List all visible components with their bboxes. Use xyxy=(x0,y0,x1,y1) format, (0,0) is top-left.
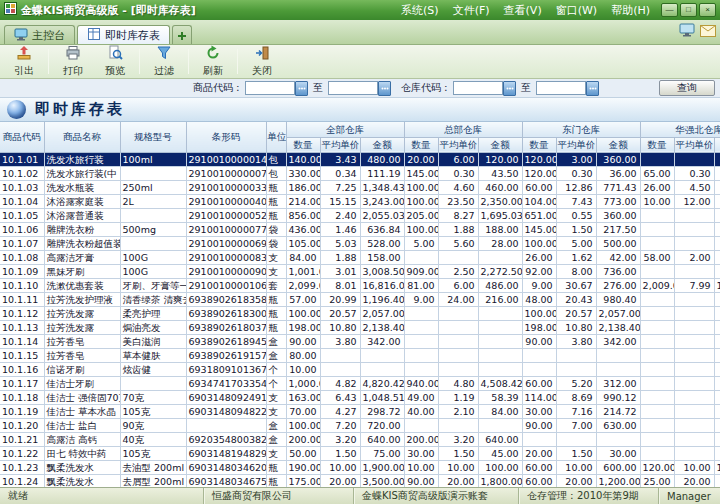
table-row[interactable]: 10.1.07雕牌洗衣粉超值装2KG2910010000069袋105.005.… xyxy=(0,236,720,250)
table-cell[interactable]: 651.00 xyxy=(522,208,556,222)
table-cell[interactable]: 111.19 xyxy=(360,166,404,180)
table-cell[interactable]: 5.60 xyxy=(438,236,478,250)
table-cell[interactable]: 120.00 xyxy=(714,194,720,208)
table-cell[interactable]: 20.00 xyxy=(320,474,360,487)
table-cell[interactable]: 105.00 xyxy=(286,236,320,250)
table-cell[interactable] xyxy=(320,362,360,376)
table-row[interactable]: 10.1.16信诺牙刷炫齿健6931809101367个10.00 xyxy=(0,362,720,376)
table-cell[interactable] xyxy=(714,306,720,320)
table-cell[interactable] xyxy=(478,334,522,348)
table-cell[interactable]: 去油型 200ml xyxy=(120,460,186,474)
table-cell[interactable]: 640.00 xyxy=(478,432,522,446)
table-cell[interactable]: 盒 xyxy=(266,334,286,348)
table-cell[interactable]: 支 xyxy=(266,250,286,264)
monitor-icon[interactable] xyxy=(679,22,695,41)
table-cell[interactable]: 盒 xyxy=(266,432,286,446)
table-cell[interactable]: 1,200.00 xyxy=(596,474,640,487)
table-cell[interactable]: 2,138.40 xyxy=(596,320,640,334)
table-cell[interactable]: 19.50 xyxy=(714,166,720,180)
table-cell[interactable]: 10.1.24 xyxy=(0,474,44,487)
table-cell[interactable]: 26.00 xyxy=(640,180,674,194)
table-cell[interactable]: 10.1.15 xyxy=(0,348,44,362)
table-cell[interactable] xyxy=(714,208,720,222)
table-cell[interactable] xyxy=(674,334,714,348)
table-cell[interactable] xyxy=(674,264,714,278)
table-cell[interactable]: 114.00 xyxy=(522,390,556,404)
table-cell[interactable] xyxy=(438,334,478,348)
table-cell[interactable]: 20.57 xyxy=(320,306,360,320)
table-cell[interactable]: 20.00 xyxy=(404,152,438,166)
table-cell[interactable] xyxy=(404,418,438,432)
table-cell[interactable]: 100.00 xyxy=(404,194,438,208)
table-cell[interactable] xyxy=(522,362,556,376)
table-cell[interactable] xyxy=(674,432,714,446)
table-cell[interactable]: 105克 xyxy=(120,404,186,418)
table-cell[interactable]: 10.80 xyxy=(556,320,596,334)
table-cell[interactable]: 10.1.20 xyxy=(0,418,44,432)
table-cell[interactable]: 2910010000090 xyxy=(186,264,266,278)
table-cell[interactable]: 500.00 xyxy=(596,236,640,250)
table-cell[interactable]: 2,272.50 xyxy=(478,264,522,278)
table-cell[interactable]: 80.00 xyxy=(286,348,320,362)
table-cell[interactable]: 6903148194829 xyxy=(186,446,266,460)
table-row[interactable]: 10.1.12拉芳洗发露柔亮护理6938902618300瓶100.0020.5… xyxy=(0,306,720,320)
minimize-button[interactable]: — xyxy=(661,3,678,17)
table-cell[interactable] xyxy=(404,250,438,264)
table-cell[interactable]: 1,000.00 xyxy=(286,376,320,390)
table-cell[interactable]: 105克 xyxy=(120,446,186,460)
table-cell[interactable]: 7.25 xyxy=(320,180,360,194)
table-cell[interactable] xyxy=(640,390,674,404)
table-row[interactable]: 10.1.17佳洁士牙刷6934741703354个1,000.004.824,… xyxy=(0,376,720,390)
table-cell[interactable]: 23.50 xyxy=(438,194,478,208)
table-cell[interactable]: 81.00 xyxy=(404,278,438,292)
table-cell[interactable]: 支 xyxy=(266,404,286,418)
table-row[interactable]: 10.1.15拉芳香皂草本健肤6938902619157盒80.00 xyxy=(0,348,720,362)
table-cell[interactable] xyxy=(478,348,522,362)
table-cell[interactable]: 20.57 xyxy=(556,306,596,320)
table-cell[interactable] xyxy=(120,376,186,390)
table-cell[interactable] xyxy=(120,208,186,222)
table-cell[interactable] xyxy=(714,222,720,236)
table-cell[interactable]: 773.00 xyxy=(596,194,640,208)
table-cell[interactable] xyxy=(640,362,674,376)
table-cell[interactable] xyxy=(640,222,674,236)
table-cell[interactable] xyxy=(556,432,596,446)
table-cell[interactable]: 100G xyxy=(120,264,186,278)
table-cell[interactable]: 6934741703354 xyxy=(186,376,266,390)
table-cell[interactable]: 1.62 xyxy=(556,250,596,264)
sub-header[interactable]: 数量 xyxy=(286,137,320,152)
table-cell[interactable] xyxy=(674,236,714,250)
table-cell[interactable] xyxy=(674,404,714,418)
table-cell[interactable]: 6.00 xyxy=(438,152,478,166)
table-cell[interactable] xyxy=(640,446,674,460)
table-cell[interactable]: 1,695.03 xyxy=(478,208,522,222)
table-cell[interactable]: 1,800.00 xyxy=(478,474,522,487)
table-cell[interactable] xyxy=(556,362,596,376)
table-cell[interactable] xyxy=(640,418,674,432)
table-cell[interactable]: 去屑型 200ml xyxy=(120,474,186,487)
table-cell[interactable]: 45.00 xyxy=(478,446,522,460)
column-header[interactable]: 商品代码 xyxy=(0,122,44,152)
table-cell[interactable] xyxy=(714,152,720,166)
table-cell[interactable]: 2910010000007 xyxy=(186,166,266,180)
table-cell[interactable]: 洗发水瓶装 xyxy=(44,180,120,194)
table-cell[interactable] xyxy=(438,418,478,432)
product-code-to-browse-button[interactable] xyxy=(378,81,391,96)
table-cell[interactable]: 信诺牙刷 xyxy=(44,362,120,376)
table-cell[interactable]: 205.00 xyxy=(404,208,438,222)
table-cell[interactable]: 980.40 xyxy=(596,292,640,306)
table-cell[interactable] xyxy=(674,376,714,390)
table-cell[interactable]: 10.1.16 xyxy=(0,362,44,376)
table-cell[interactable]: 630.00 xyxy=(596,418,640,432)
table-cell[interactable]: 186.00 xyxy=(286,180,320,194)
table-cell[interactable]: 342.00 xyxy=(596,334,640,348)
table-cell[interactable] xyxy=(714,236,720,250)
table-cell[interactable]: 100.00 xyxy=(404,180,438,194)
table-cell[interactable]: 250ml xyxy=(120,180,186,194)
table-cell[interactable]: 24.00 xyxy=(438,292,478,306)
table-cell[interactable]: 104.00 xyxy=(522,194,556,208)
table-cell[interactable]: 7.99 xyxy=(674,278,714,292)
table-cell[interactable]: 10.00 xyxy=(320,460,360,474)
table-cell[interactable]: 6903148034620 xyxy=(186,460,266,474)
table-row[interactable]: 10.1.11拉芳洗发护理液清香绿茶 清爽去油6938902618358瓶57.… xyxy=(0,292,720,306)
